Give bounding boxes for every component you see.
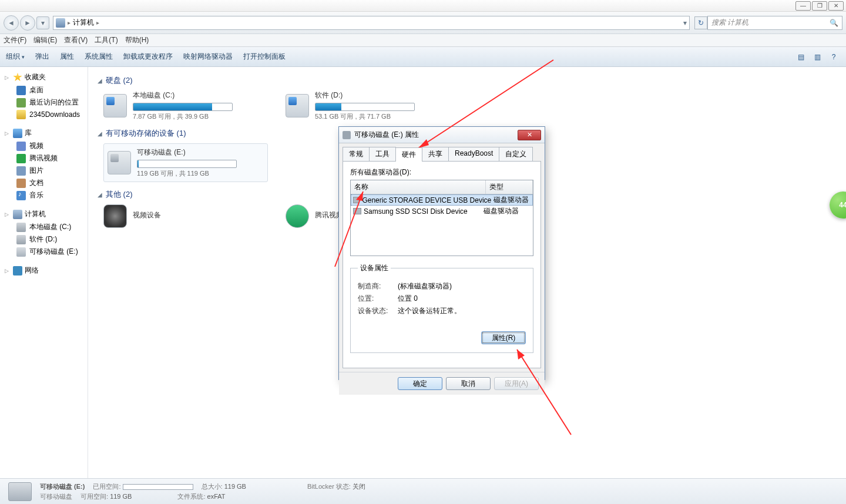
cmd-mapnet[interactable]: 映射网络驱动器	[183, 52, 233, 62]
hdd-icon	[16, 235, 26, 244]
minimize-button[interactable]: —	[795, 1, 811, 11]
col-type[interactable]: 类型	[486, 180, 533, 194]
tencent-icon	[286, 204, 309, 228]
drive-d[interactable]: 软件 (D:) 53.1 GB 可用 , 共 71.7 GB	[286, 90, 450, 121]
address-dropdown-icon[interactable]: ▾	[683, 19, 687, 27]
preview-pane-icon[interactable]: ▥	[811, 51, 824, 63]
menu-help[interactable]: 帮助(H)	[125, 35, 149, 45]
device-row[interactable]: Generic STORAGE DEVICE USB Device 磁盘驱动器	[351, 194, 533, 206]
cmd-eject[interactable]: 弹出	[35, 52, 49, 62]
sidebar-drive-c[interactable]: 本地磁盘 (C:)	[0, 221, 88, 233]
folder-icon	[16, 110, 26, 119]
dialog-title: 可移动磁盘 (E:) 属性	[354, 130, 419, 140]
window-title-bar: — ❐ ✕	[0, 0, 846, 12]
ok-button[interactable]: 确定	[398, 377, 442, 390]
drive-name: 可移动磁盘 (E:)	[137, 147, 264, 157]
search-icon[interactable]: 🔍	[830, 19, 838, 27]
capacity-bar	[315, 103, 415, 111]
cmd-ctrlpanel[interactable]: 打开控制面板	[243, 52, 286, 62]
device-name: Generic STORAGE DEVICE USB Device	[362, 196, 491, 204]
drive-e[interactable]: 可移动磁盘 (E:) 119 GB 可用 , 共 119 GB	[103, 143, 268, 182]
sidebar-music[interactable]: 音乐	[0, 189, 88, 201]
hdd-icon	[286, 94, 309, 117]
mini-capacity-bar	[123, 484, 193, 490]
device-properties-button[interactable]: 属性(R)	[481, 331, 526, 344]
nav-sidebar: ▷收藏夹 桌面 最近访问的位置 2345Downloads ▷库 视频 腾讯视频…	[0, 67, 88, 478]
other-camera[interactable]: 视频设备	[103, 204, 268, 228]
col-name[interactable]: 名称	[351, 180, 486, 194]
sidebar-recent[interactable]: 最近访问的位置	[0, 96, 88, 109]
properties-dialog: 可移动磁盘 (E:) 属性 ✕ 常规 工具 硬件 共享 ReadyBoost 自…	[338, 126, 545, 380]
tab-custom[interactable]: 自定义	[499, 147, 533, 161]
dialog-title-bar[interactable]: 可移动磁盘 (E:) 属性 ✕	[339, 127, 545, 143]
pictures-icon	[16, 166, 26, 176]
group-hdd[interactable]: ◢硬盘 (2)	[98, 75, 837, 86]
other-label: 视频设备	[133, 210, 268, 220]
capacity-text: 53.1 GB 可用 , 共 71.7 GB	[315, 112, 450, 121]
sidebar-txvideo[interactable]: 腾讯视频	[0, 152, 88, 164]
search-input[interactable]: 搜索 计算机 🔍	[707, 16, 842, 30]
view-mode-icon[interactable]: ▤	[794, 51, 807, 63]
dialog-close-button[interactable]: ✕	[518, 130, 541, 140]
apply-button[interactable]: 应用(A)	[494, 377, 539, 390]
device-row[interactable]: Samsung SSD SCSI Disk Device 磁盘驱动器	[351, 206, 533, 217]
drive-c[interactable]: 本地磁盘 (C:) 7.87 GB 可用 , 共 39.9 GB	[103, 90, 268, 121]
cancel-button[interactable]: 取消	[446, 377, 491, 390]
device-type: 磁盘驱动器	[494, 195, 531, 205]
tab-share[interactable]: 共享	[422, 147, 449, 161]
video-icon	[16, 142, 26, 151]
dialog-tabs: 常规 工具 硬件 共享 ReadyBoost 自定义	[343, 147, 541, 162]
cmd-properties[interactable]: 属性	[60, 52, 74, 62]
tab-general[interactable]: 常规	[343, 147, 370, 161]
cmd-organize[interactable]: 组织	[6, 52, 25, 62]
address-bar[interactable]: ▸ 计算机 ▸ ▾	[53, 16, 690, 30]
maximize-button[interactable]: ❐	[812, 1, 827, 11]
close-button[interactable]: ✕	[828, 1, 844, 11]
tab-tools[interactable]: 工具	[369, 147, 396, 161]
back-button[interactable]: ◄	[4, 15, 19, 31]
list-header[interactable]: 名称 类型	[351, 180, 533, 194]
forward-button[interactable]: ►	[20, 15, 35, 31]
sidebar-libraries[interactable]: ▷库	[0, 126, 88, 140]
tencent-icon	[16, 154, 26, 163]
capacity-bar	[133, 103, 233, 111]
menu-file[interactable]: 文件(F)	[4, 35, 26, 45]
removable-icon	[8, 482, 32, 501]
sidebar-video[interactable]: 视频	[0, 140, 88, 152]
history-dropdown[interactable]: ▾	[36, 16, 49, 29]
dialog-footer: 确定 取消 应用(A)	[339, 372, 545, 395]
address-segment[interactable]: 计算机	[73, 18, 94, 28]
drive-name: 本地磁盘 (C:)	[133, 90, 268, 100]
sidebar-favorites[interactable]: ▷收藏夹	[0, 70, 88, 84]
tab-panel-hardware: 所有磁盘驱动器(D): 名称 类型 Generic STORAGE DEVICE…	[343, 162, 541, 368]
status-bar: 可移动磁盘 (E:) 已用空间: 总大小: 119 GB BitLocker 状…	[0, 478, 846, 504]
usb-icon	[16, 247, 26, 257]
sidebar-drive-d[interactable]: 软件 (D:)	[0, 233, 88, 246]
star-icon	[13, 73, 22, 82]
sidebar-drive-e[interactable]: 可移动磁盘 (E:)	[0, 246, 88, 258]
sidebar-pictures[interactable]: 图片	[0, 164, 88, 177]
device-properties-group: 设备属性 制造商:(标准磁盘驱动器) 位置:位置 0 设备状态:这个设备运转正常…	[350, 263, 533, 353]
camera-icon	[103, 204, 127, 228]
documents-icon	[16, 179, 26, 188]
sidebar-computer[interactable]: ▷计算机	[0, 207, 88, 221]
cmd-sysprops[interactable]: 系统属性	[85, 52, 113, 62]
tab-hardware[interactable]: 硬件	[395, 147, 422, 162]
tab-readyboost[interactable]: ReadyBoost	[448, 147, 499, 161]
removable-icon	[108, 151, 131, 174]
sidebar-network[interactable]: ▷网络	[0, 264, 88, 277]
menu-edit[interactable]: 编辑(E)	[33, 35, 57, 45]
cmd-uninstall[interactable]: 卸载或更改程序	[123, 52, 173, 62]
refresh-button[interactable]: ↻	[694, 16, 707, 29]
help-icon[interactable]: ?	[827, 51, 840, 63]
menu-tools[interactable]: 工具(T)	[95, 35, 118, 45]
device-list[interactable]: 名称 类型 Generic STORAGE DEVICE USB Device …	[350, 180, 533, 256]
sidebar-desktop[interactable]: 桌面	[0, 84, 88, 96]
menu-view[interactable]: 查看(V)	[64, 35, 88, 45]
props-legend: 设备属性	[358, 263, 391, 273]
library-icon	[13, 129, 22, 138]
command-bar: 组织 弹出 属性 系统属性 卸载或更改程序 映射网络驱动器 打开控制面板 ▤ ▥…	[0, 47, 846, 67]
sidebar-documents[interactable]: 文档	[0, 177, 88, 189]
sidebar-downloads[interactable]: 2345Downloads	[0, 109, 88, 120]
capacity-bar	[137, 160, 237, 168]
